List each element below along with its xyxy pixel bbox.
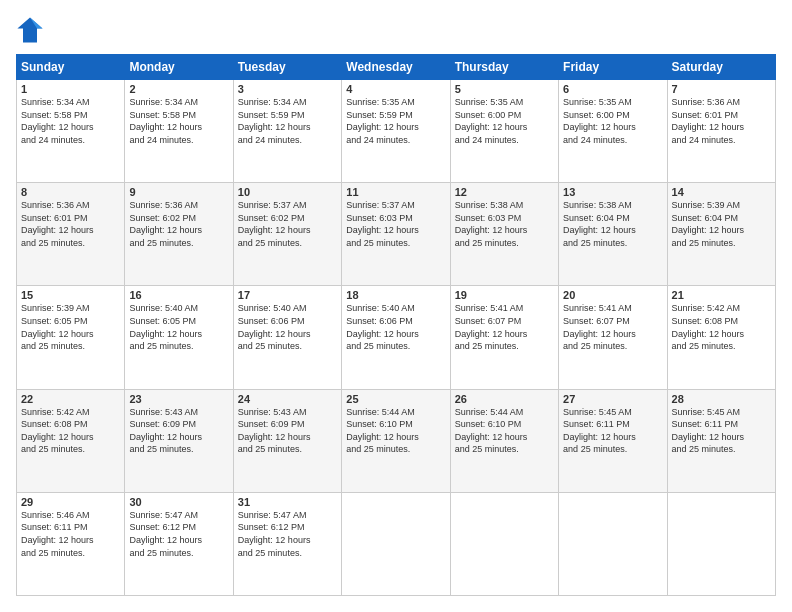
day-cell-9: 9Sunrise: 5:36 AM Sunset: 6:02 PM Daylig… (125, 183, 233, 286)
day-number: 18 (346, 289, 445, 301)
day-cell-27: 27Sunrise: 5:45 AM Sunset: 6:11 PM Dayli… (559, 389, 667, 492)
day-number: 6 (563, 83, 662, 95)
day-cell-24: 24Sunrise: 5:43 AM Sunset: 6:09 PM Dayli… (233, 389, 341, 492)
day-number: 8 (21, 186, 120, 198)
day-info: Sunrise: 5:43 AM Sunset: 6:09 PM Dayligh… (238, 406, 337, 456)
day-cell-12: 12Sunrise: 5:38 AM Sunset: 6:03 PM Dayli… (450, 183, 558, 286)
day-number: 23 (129, 393, 228, 405)
day-cell-16: 16Sunrise: 5:40 AM Sunset: 6:05 PM Dayli… (125, 286, 233, 389)
day-cell-28: 28Sunrise: 5:45 AM Sunset: 6:11 PM Dayli… (667, 389, 775, 492)
day-info: Sunrise: 5:39 AM Sunset: 6:05 PM Dayligh… (21, 302, 120, 352)
week-row-3: 15Sunrise: 5:39 AM Sunset: 6:05 PM Dayli… (17, 286, 776, 389)
day-cell-1: 1Sunrise: 5:34 AM Sunset: 5:58 PM Daylig… (17, 80, 125, 183)
day-number: 13 (563, 186, 662, 198)
day-info: Sunrise: 5:41 AM Sunset: 6:07 PM Dayligh… (563, 302, 662, 352)
day-number: 26 (455, 393, 554, 405)
day-info: Sunrise: 5:40 AM Sunset: 6:05 PM Dayligh… (129, 302, 228, 352)
day-cell-19: 19Sunrise: 5:41 AM Sunset: 6:07 PM Dayli… (450, 286, 558, 389)
col-header-friday: Friday (559, 55, 667, 80)
calendar-table: SundayMondayTuesdayWednesdayThursdayFrid… (16, 54, 776, 596)
day-cell-10: 10Sunrise: 5:37 AM Sunset: 6:02 PM Dayli… (233, 183, 341, 286)
week-row-1: 1Sunrise: 5:34 AM Sunset: 5:58 PM Daylig… (17, 80, 776, 183)
day-info: Sunrise: 5:39 AM Sunset: 6:04 PM Dayligh… (672, 199, 771, 249)
day-cell-7: 7Sunrise: 5:36 AM Sunset: 6:01 PM Daylig… (667, 80, 775, 183)
day-info: Sunrise: 5:34 AM Sunset: 5:58 PM Dayligh… (129, 96, 228, 146)
day-number: 24 (238, 393, 337, 405)
page: SundayMondayTuesdayWednesdayThursdayFrid… (0, 0, 792, 612)
day-info: Sunrise: 5:40 AM Sunset: 6:06 PM Dayligh… (238, 302, 337, 352)
col-header-sunday: Sunday (17, 55, 125, 80)
logo-icon (16, 16, 44, 44)
empty-cell (667, 492, 775, 595)
day-cell-31: 31Sunrise: 5:47 AM Sunset: 6:12 PM Dayli… (233, 492, 341, 595)
day-info: Sunrise: 5:36 AM Sunset: 6:02 PM Dayligh… (129, 199, 228, 249)
day-info: Sunrise: 5:35 AM Sunset: 5:59 PM Dayligh… (346, 96, 445, 146)
day-info: Sunrise: 5:44 AM Sunset: 6:10 PM Dayligh… (455, 406, 554, 456)
day-info: Sunrise: 5:40 AM Sunset: 6:06 PM Dayligh… (346, 302, 445, 352)
week-row-2: 8Sunrise: 5:36 AM Sunset: 6:01 PM Daylig… (17, 183, 776, 286)
day-cell-5: 5Sunrise: 5:35 AM Sunset: 6:00 PM Daylig… (450, 80, 558, 183)
day-cell-25: 25Sunrise: 5:44 AM Sunset: 6:10 PM Dayli… (342, 389, 450, 492)
day-cell-22: 22Sunrise: 5:42 AM Sunset: 6:08 PM Dayli… (17, 389, 125, 492)
header (16, 16, 776, 44)
day-number: 29 (21, 496, 120, 508)
day-number: 17 (238, 289, 337, 301)
day-cell-15: 15Sunrise: 5:39 AM Sunset: 6:05 PM Dayli… (17, 286, 125, 389)
col-header-saturday: Saturday (667, 55, 775, 80)
day-number: 20 (563, 289, 662, 301)
day-number: 25 (346, 393, 445, 405)
day-number: 5 (455, 83, 554, 95)
day-info: Sunrise: 5:34 AM Sunset: 5:59 PM Dayligh… (238, 96, 337, 146)
day-number: 7 (672, 83, 771, 95)
day-info: Sunrise: 5:42 AM Sunset: 6:08 PM Dayligh… (21, 406, 120, 456)
day-cell-26: 26Sunrise: 5:44 AM Sunset: 6:10 PM Dayli… (450, 389, 558, 492)
day-number: 15 (21, 289, 120, 301)
day-info: Sunrise: 5:35 AM Sunset: 6:00 PM Dayligh… (563, 96, 662, 146)
day-number: 31 (238, 496, 337, 508)
day-number: 2 (129, 83, 228, 95)
day-number: 19 (455, 289, 554, 301)
day-number: 22 (21, 393, 120, 405)
day-cell-6: 6Sunrise: 5:35 AM Sunset: 6:00 PM Daylig… (559, 80, 667, 183)
day-number: 10 (238, 186, 337, 198)
day-number: 4 (346, 83, 445, 95)
header-row: SundayMondayTuesdayWednesdayThursdayFrid… (17, 55, 776, 80)
day-number: 14 (672, 186, 771, 198)
day-cell-13: 13Sunrise: 5:38 AM Sunset: 6:04 PM Dayli… (559, 183, 667, 286)
day-info: Sunrise: 5:37 AM Sunset: 6:03 PM Dayligh… (346, 199, 445, 249)
day-info: Sunrise: 5:42 AM Sunset: 6:08 PM Dayligh… (672, 302, 771, 352)
day-number: 16 (129, 289, 228, 301)
day-info: Sunrise: 5:38 AM Sunset: 6:03 PM Dayligh… (455, 199, 554, 249)
day-cell-14: 14Sunrise: 5:39 AM Sunset: 6:04 PM Dayli… (667, 183, 775, 286)
day-number: 28 (672, 393, 771, 405)
day-number: 11 (346, 186, 445, 198)
day-info: Sunrise: 5:38 AM Sunset: 6:04 PM Dayligh… (563, 199, 662, 249)
day-info: Sunrise: 5:36 AM Sunset: 6:01 PM Dayligh… (21, 199, 120, 249)
col-header-thursday: Thursday (450, 55, 558, 80)
day-cell-2: 2Sunrise: 5:34 AM Sunset: 5:58 PM Daylig… (125, 80, 233, 183)
day-number: 30 (129, 496, 228, 508)
day-cell-17: 17Sunrise: 5:40 AM Sunset: 6:06 PM Dayli… (233, 286, 341, 389)
day-info: Sunrise: 5:47 AM Sunset: 6:12 PM Dayligh… (129, 509, 228, 559)
day-cell-4: 4Sunrise: 5:35 AM Sunset: 5:59 PM Daylig… (342, 80, 450, 183)
col-header-tuesday: Tuesday (233, 55, 341, 80)
day-cell-29: 29Sunrise: 5:46 AM Sunset: 6:11 PM Dayli… (17, 492, 125, 595)
day-cell-23: 23Sunrise: 5:43 AM Sunset: 6:09 PM Dayli… (125, 389, 233, 492)
day-number: 3 (238, 83, 337, 95)
day-cell-3: 3Sunrise: 5:34 AM Sunset: 5:59 PM Daylig… (233, 80, 341, 183)
day-cell-30: 30Sunrise: 5:47 AM Sunset: 6:12 PM Dayli… (125, 492, 233, 595)
week-row-5: 29Sunrise: 5:46 AM Sunset: 6:11 PM Dayli… (17, 492, 776, 595)
logo (16, 16, 48, 44)
day-cell-20: 20Sunrise: 5:41 AM Sunset: 6:07 PM Dayli… (559, 286, 667, 389)
day-info: Sunrise: 5:46 AM Sunset: 6:11 PM Dayligh… (21, 509, 120, 559)
col-header-monday: Monday (125, 55, 233, 80)
day-cell-8: 8Sunrise: 5:36 AM Sunset: 6:01 PM Daylig… (17, 183, 125, 286)
day-number: 12 (455, 186, 554, 198)
day-info: Sunrise: 5:35 AM Sunset: 6:00 PM Dayligh… (455, 96, 554, 146)
day-info: Sunrise: 5:47 AM Sunset: 6:12 PM Dayligh… (238, 509, 337, 559)
day-info: Sunrise: 5:37 AM Sunset: 6:02 PM Dayligh… (238, 199, 337, 249)
day-info: Sunrise: 5:44 AM Sunset: 6:10 PM Dayligh… (346, 406, 445, 456)
day-cell-11: 11Sunrise: 5:37 AM Sunset: 6:03 PM Dayli… (342, 183, 450, 286)
empty-cell (342, 492, 450, 595)
day-number: 1 (21, 83, 120, 95)
